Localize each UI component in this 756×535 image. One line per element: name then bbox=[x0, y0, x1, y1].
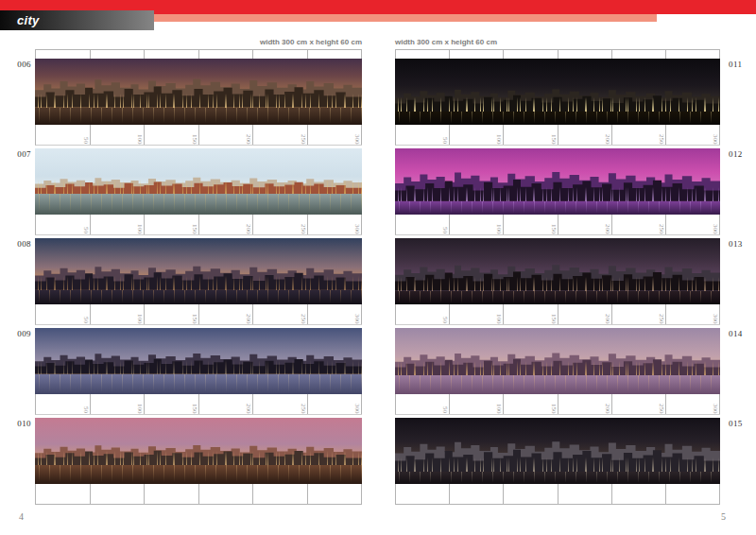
catalog-row: 014 50100150200250300 bbox=[395, 328, 720, 416]
item-number: 015 bbox=[729, 419, 753, 428]
panorama-image bbox=[395, 328, 720, 394]
ruler-tick-label: 150 bbox=[550, 224, 558, 234]
ruler-tick-label: 100 bbox=[136, 224, 144, 234]
size-label: width 300 cm x height 60 cm bbox=[35, 38, 362, 47]
ruler-tick-label: 250 bbox=[300, 314, 307, 324]
ruler-segment: 250 bbox=[612, 304, 666, 324]
ruler-tick-label: 300 bbox=[353, 404, 361, 414]
ruler-segment: 200 bbox=[199, 304, 254, 324]
ruler-tick-label: 200 bbox=[245, 314, 252, 324]
ruler-segment: 100 bbox=[450, 304, 504, 324]
ruler-tick-label: 300 bbox=[712, 224, 719, 234]
ruler-segment: 200 bbox=[199, 215, 254, 234]
page-number-right: 5 bbox=[721, 511, 726, 522]
ruler-segment: 300 bbox=[308, 215, 363, 234]
measurement-ruler: 50100150200250300 bbox=[395, 304, 720, 325]
ruler-tick-label: 250 bbox=[300, 404, 307, 414]
ruler-bottom-blank bbox=[395, 484, 720, 505]
measurement-ruler: 50100150200250300 bbox=[395, 394, 720, 415]
ruler-segment bbox=[253, 50, 308, 59]
ruler-segment: 100 bbox=[91, 304, 146, 324]
ruler-tick-label: 250 bbox=[300, 224, 307, 234]
ruler-segment: 150 bbox=[145, 125, 199, 145]
ruler-segment: 300 bbox=[308, 125, 363, 145]
ruler-segment bbox=[36, 484, 91, 504]
ruler-tick-label: 200 bbox=[604, 314, 611, 324]
ruler-segment: 200 bbox=[558, 215, 612, 234]
ruler-segment bbox=[612, 50, 666, 59]
item-number: 012 bbox=[729, 149, 753, 159]
panorama-image bbox=[35, 238, 362, 304]
catalog-row: 008 50100150200250300 bbox=[35, 238, 362, 326]
ruler-segment: 150 bbox=[504, 215, 558, 234]
ruler-segment: 250 bbox=[253, 125, 308, 145]
ruler-tick-label: 50 bbox=[441, 137, 449, 144]
ruler-segment: 200 bbox=[199, 394, 254, 414]
measurement-ruler: 50100150200250300 bbox=[35, 304, 362, 325]
ruler-tick-label: 100 bbox=[495, 224, 503, 234]
ruler-segment bbox=[199, 50, 254, 59]
ruler-top-blank bbox=[395, 49, 720, 59]
ruler-tick-label: 200 bbox=[604, 404, 611, 414]
pano-ground bbox=[395, 472, 720, 484]
ruler-segment bbox=[36, 50, 91, 59]
ruler-tick-label: 50 bbox=[82, 137, 90, 144]
ruler-segment: 250 bbox=[253, 304, 308, 324]
ruler-segment bbox=[308, 50, 363, 59]
pano-ground bbox=[35, 374, 362, 394]
item-number: 006 bbox=[11, 60, 31, 69]
item-number: 014 bbox=[729, 329, 753, 338]
ruler-tick-label: 150 bbox=[550, 404, 558, 414]
ruler-segment bbox=[145, 50, 199, 59]
ruler-segment: 150 bbox=[145, 215, 199, 234]
ruler-segment bbox=[450, 484, 504, 504]
ruler-segment bbox=[253, 484, 308, 504]
item-number: 007 bbox=[11, 149, 31, 159]
panorama-image bbox=[395, 238, 720, 304]
measurement-ruler: 50100150200250300 bbox=[35, 394, 362, 415]
ruler-segment: 100 bbox=[91, 394, 146, 414]
ruler-tick-label: 250 bbox=[658, 314, 665, 324]
item-number: 008 bbox=[11, 239, 31, 249]
ruler-segment bbox=[504, 484, 558, 504]
ruler-segment: 150 bbox=[504, 394, 558, 414]
catalog-row: 009 50100150200250300 bbox=[35, 328, 362, 416]
ruler-tick-label: 200 bbox=[245, 224, 252, 234]
ruler-segment: 100 bbox=[450, 394, 504, 414]
panorama-image bbox=[35, 418, 362, 484]
ruler-tick-label: 300 bbox=[712, 404, 719, 414]
measurement-ruler: 50100150200250300 bbox=[35, 125, 362, 146]
ruler-tick-label: 250 bbox=[658, 224, 665, 234]
ruler-segment: 50 bbox=[36, 394, 91, 414]
panorama-image bbox=[35, 148, 362, 215]
ruler-tick-label: 50 bbox=[441, 406, 449, 413]
measurement-ruler: 50100150200250300 bbox=[395, 125, 720, 146]
item-number: 010 bbox=[11, 419, 31, 428]
ruler-tick-label: 250 bbox=[300, 134, 307, 145]
panorama-image bbox=[35, 59, 362, 125]
catalog-row: 007 50100150200250300 bbox=[35, 148, 362, 236]
item-number: 009 bbox=[11, 329, 31, 338]
ruler-tick-label: 150 bbox=[191, 314, 198, 324]
ruler-tick-label: 50 bbox=[82, 227, 90, 233]
pano-ground bbox=[395, 201, 720, 215]
catalog-row: 006 50100150200250300 bbox=[35, 59, 362, 147]
ruler-segment bbox=[91, 484, 146, 504]
ruler-segment: 50 bbox=[36, 215, 91, 234]
ruler-tick-label: 200 bbox=[245, 134, 252, 145]
pano-ground bbox=[395, 375, 720, 394]
ruler-segment: 200 bbox=[558, 394, 612, 414]
ruler-tick-label: 150 bbox=[191, 224, 198, 234]
ruler-segment: 100 bbox=[450, 125, 504, 145]
ruler-tick-label: 300 bbox=[353, 224, 361, 234]
ruler-segment bbox=[504, 50, 558, 59]
ruler-tick-label: 150 bbox=[191, 404, 198, 414]
category-title: city bbox=[0, 13, 40, 27]
ruler-tick-label: 300 bbox=[712, 314, 719, 324]
ruler-tick-label: 100 bbox=[136, 134, 144, 145]
ruler-segment: 300 bbox=[666, 304, 720, 324]
ruler-tick-label: 200 bbox=[604, 224, 611, 234]
ruler-bottom-blank bbox=[35, 484, 362, 505]
measurement-ruler: 50100150200250300 bbox=[35, 215, 362, 235]
ruler-segment: 100 bbox=[91, 215, 146, 234]
